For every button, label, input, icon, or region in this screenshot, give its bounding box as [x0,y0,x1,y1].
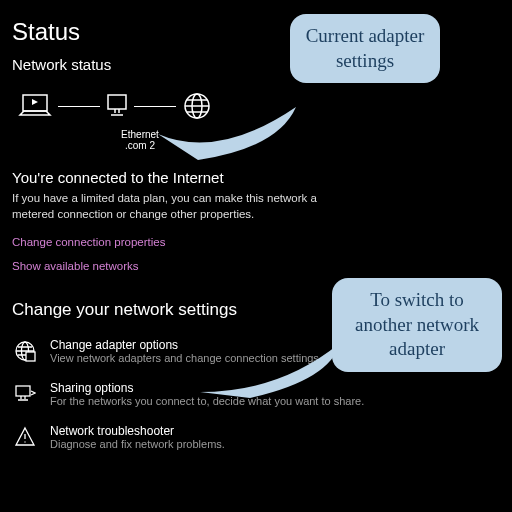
connected-heading: You're connected to the Internet [12,169,500,186]
sharing-options-icon [14,383,36,408]
adapter-options-icon [14,340,36,365]
option-title: Change adapter options [50,338,322,352]
network-troubleshooter-row[interactable]: Network troubleshooter Diagnose and fix … [12,424,500,451]
sharing-options-row[interactable]: Sharing options For the networks you con… [12,381,500,408]
option-desc: For the networks you connect to, decide … [50,395,364,407]
svg-rect-1 [108,95,126,109]
network-diagram [18,91,500,121]
adapter-caption: Ethernet .com 2 [90,129,190,151]
change-connection-properties-link[interactable]: Change connection properties [12,236,500,248]
connected-desc: If you have a limited data plan, you can… [12,190,342,222]
option-desc: View network adapters and change connect… [50,352,322,364]
globe-icon [182,91,212,121]
monitor-icon [106,93,128,119]
connection-line-right [134,106,176,107]
option-title: Network troubleshooter [50,424,225,438]
show-available-networks-link[interactable]: Show available networks [12,260,500,272]
callout-switch-adapter: To switch to another network adapter [332,278,502,372]
svg-rect-7 [16,386,30,396]
laptop-icon [18,93,52,119]
option-title: Sharing options [50,381,364,395]
svg-rect-6 [26,352,35,361]
callout-current-adapter: Current adapter settings [290,14,440,83]
adapter-label: Ethernet [90,129,190,140]
option-desc: Diagnose and fix network problems. [50,438,225,450]
connection-line-left [58,106,100,107]
troubleshooter-icon [14,426,36,451]
adapter-sublabel: .com 2 [90,140,190,151]
